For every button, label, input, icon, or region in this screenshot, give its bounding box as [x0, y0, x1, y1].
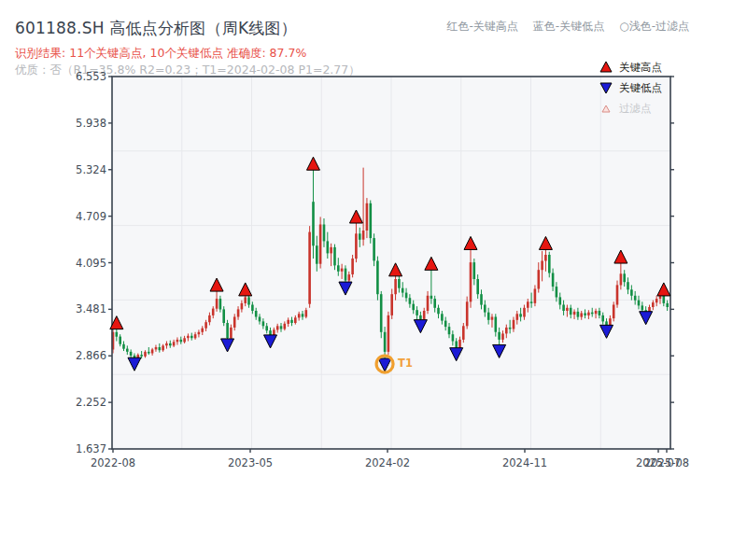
y-axis-tick-label: 1.637 — [63, 442, 106, 455]
y-axis-tick-label: 6.553 — [63, 70, 106, 83]
x-axis-tick-label: 2024-11 — [502, 456, 547, 469]
x-axis-tick-label: 2023-05 — [228, 456, 273, 469]
x-axis-tick-label: 2024-02 — [365, 456, 410, 469]
x-axis-tick-label: 2025-08 — [644, 456, 689, 469]
filtered-point-triangle-icon — [599, 101, 613, 116]
y-axis-tick-label: 3.481 — [63, 302, 106, 315]
x-axis-tick-label: 2022-08 — [91, 456, 135, 469]
y-axis-tick-label: 5.324 — [63, 163, 106, 176]
y-axis-tick-label: 4.709 — [63, 210, 106, 223]
y-axis-tick-label: 2.252 — [63, 396, 106, 409]
chart-legend-item-filtered: 过滤点 — [599, 98, 701, 119]
chart-legend-label: 过滤点 — [619, 102, 652, 116]
chart-legend: 关键高点 关键低点 过滤点 — [599, 57, 701, 119]
t1-annotation-label: T1 — [398, 357, 413, 370]
key-low-triangle-icon — [599, 80, 613, 95]
y-axis-tick-label: 4.095 — [63, 257, 106, 270]
chart-legend-item-key-high: 关键高点 — [599, 57, 701, 77]
chart-legend-label: 关键高点 — [619, 61, 662, 75]
chart-legend-item-key-low: 关键低点 — [599, 77, 701, 98]
chart-legend-label: 关键低点 — [619, 81, 662, 95]
key-high-triangle-icon — [599, 60, 613, 75]
y-axis-tick-label: 2.866 — [63, 349, 106, 362]
y-axis-tick-label: 5.938 — [63, 117, 106, 130]
page: 601188.SH 高低点分析图（周K线图） 识别结果: 11个关键高点, 10… — [0, 0, 747, 560]
